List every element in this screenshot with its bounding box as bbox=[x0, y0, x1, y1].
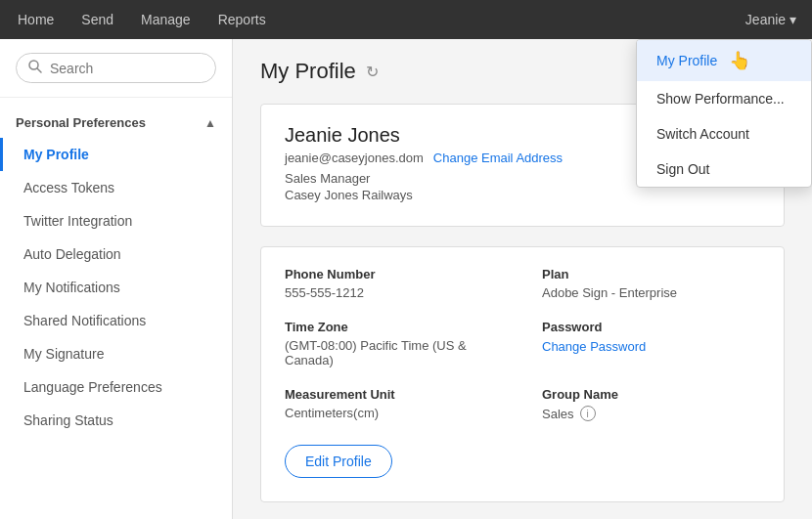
dropdown-show-performance-label: Show Performance... bbox=[656, 91, 785, 107]
dropdown-item-my-profile[interactable]: My Profile 👆 bbox=[637, 40, 811, 81]
top-nav: Home Send Manage Reports Jeanie ▾ bbox=[0, 0, 812, 39]
sidebar-item-language-preferences[interactable]: Language Preferences bbox=[0, 370, 232, 404]
profile-details: Phone Number 555-555-1212 Plan Adobe Sig… bbox=[260, 246, 785, 502]
group-name-value: Sales bbox=[542, 407, 574, 421]
nav-manage[interactable]: Manage bbox=[139, 8, 193, 31]
timezone-label: Time Zone bbox=[285, 320, 503, 334]
sidebar: Personal Preferences ▲ My Profile Access… bbox=[0, 39, 233, 519]
sidebar-item-sharing-status[interactable]: Sharing Status bbox=[0, 404, 232, 437]
sidebar-item-my-signature[interactable]: My Signature bbox=[0, 337, 232, 370]
dropdown-sign-out-label: Sign Out bbox=[656, 161, 709, 177]
dropdown-item-sign-out[interactable]: Sign Out bbox=[637, 151, 811, 187]
measurement-item: Measurement Unit Centimeters(cm) bbox=[285, 387, 503, 421]
search-box bbox=[0, 39, 232, 98]
nav-send[interactable]: Send bbox=[79, 8, 115, 31]
timezone-value: (GMT-08:00) Pacific Time (US & Canada) bbox=[285, 338, 503, 368]
phone-value: 555-555-1212 bbox=[285, 285, 503, 300]
profile-company: Casey Jones Railways bbox=[285, 188, 760, 202]
section-label: Personal Preferences bbox=[16, 115, 146, 130]
password-label: Password bbox=[542, 320, 760, 334]
top-nav-left: Home Send Manage Reports bbox=[16, 8, 268, 31]
user-menu-button[interactable]: Jeanie ▾ bbox=[745, 12, 796, 27]
dropdown-item-show-performance[interactable]: Show Performance... bbox=[637, 81, 811, 116]
search-input[interactable] bbox=[50, 61, 203, 76]
sidebar-item-my-notifications[interactable]: My Notifications bbox=[0, 271, 232, 304]
chevron-up-icon: ▲ bbox=[204, 116, 216, 130]
search-icon bbox=[28, 60, 42, 76]
layout: Personal Preferences ▲ My Profile Access… bbox=[0, 39, 812, 519]
password-item: Password Change Password bbox=[542, 320, 760, 368]
plan-label: Plan bbox=[542, 267, 760, 281]
top-nav-right: Jeanie ▾ bbox=[745, 12, 796, 27]
measurement-value: Centimeters(cm) bbox=[285, 406, 503, 420]
svg-line-1 bbox=[37, 68, 41, 72]
main-content: My Profile ↻ Jeanie Jones jeanie@caseyjo… bbox=[233, 39, 812, 519]
nav-reports[interactable]: Reports bbox=[216, 8, 268, 31]
sidebar-item-shared-notifications[interactable]: Shared Notifications bbox=[0, 304, 232, 337]
dropdown-item-switch-account[interactable]: Switch Account bbox=[637, 116, 811, 151]
plan-value: Adobe Sign - Enterprise bbox=[542, 285, 760, 300]
plan-item: Plan Adobe Sign - Enterprise bbox=[542, 267, 760, 300]
group-name-label: Group Name bbox=[542, 387, 760, 402]
sidebar-section-header[interactable]: Personal Preferences ▲ bbox=[0, 108, 232, 138]
profile-email: jeanie@caseyjones.dom bbox=[285, 151, 424, 165]
cursor-icon: 👆 bbox=[729, 50, 750, 71]
info-icon[interactable]: i bbox=[580, 406, 596, 421]
dropdown-overlay: My Profile 👆 Show Performance... Switch … bbox=[636, 39, 812, 188]
details-grid: Phone Number 555-555-1212 Plan Adobe Sig… bbox=[285, 267, 760, 421]
sidebar-section: Personal Preferences ▲ My Profile Access… bbox=[0, 98, 232, 447]
refresh-icon[interactable]: ↻ bbox=[366, 63, 379, 81]
group-name-row: Sales i bbox=[542, 406, 760, 421]
sidebar-item-auto-delegation[interactable]: Auto Delegation bbox=[0, 238, 232, 271]
nav-home[interactable]: Home bbox=[16, 8, 56, 31]
sidebar-item-access-tokens[interactable]: Access Tokens bbox=[0, 171, 232, 204]
change-email-link[interactable]: Change Email Address bbox=[433, 151, 563, 165]
change-password-link[interactable]: Change Password bbox=[542, 339, 646, 354]
measurement-label: Measurement Unit bbox=[285, 387, 503, 402]
sidebar-item-my-profile[interactable]: My Profile bbox=[0, 138, 232, 171]
dropdown-menu: My Profile 👆 Show Performance... Switch … bbox=[636, 39, 812, 188]
phone-label: Phone Number bbox=[285, 267, 503, 281]
timezone-item: Time Zone (GMT-08:00) Pacific Time (US &… bbox=[285, 320, 503, 368]
edit-profile-button[interactable]: Edit Profile bbox=[285, 445, 392, 478]
dropdown-my-profile-label: My Profile bbox=[656, 53, 717, 68]
group-name-item: Group Name Sales i bbox=[542, 387, 760, 421]
search-input-wrap[interactable] bbox=[16, 53, 216, 83]
sidebar-item-twitter-integration[interactable]: Twitter Integration bbox=[0, 204, 232, 238]
phone-number-item: Phone Number 555-555-1212 bbox=[285, 267, 503, 300]
page-title: My Profile bbox=[260, 59, 356, 84]
dropdown-switch-account-label: Switch Account bbox=[656, 126, 749, 142]
